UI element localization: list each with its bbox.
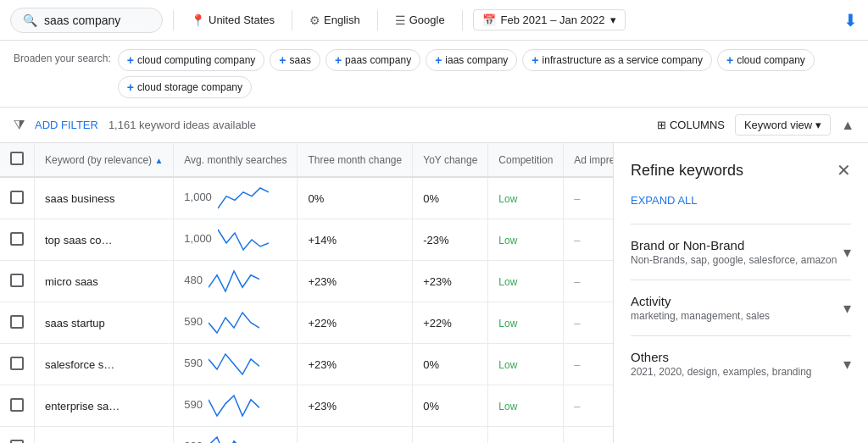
row-keyword: saas startup [35,302,174,344]
search-input-value: saas company [44,14,120,27]
date-picker[interactable]: 📅 Feb 2021 – Jan 2022 ▾ [473,9,626,30]
row-checkbox[interactable] [0,261,35,302]
chip-cloud-computing[interactable]: + cloud computing company [118,49,265,71]
refine-section-subtitle: marketing, management, sales [631,310,770,322]
row-ad-impression: – [564,261,614,302]
table-container: Keyword (by relevance) ▲ Avg. monthly se… [0,143,614,443]
th-yoy[interactable]: YoY change [413,143,488,177]
refine-section-header[interactable]: Activity marketing, management, sales ▾ [631,294,851,322]
row-yoy: 0% [413,344,488,385]
refine-section-0: Brand or Non-Brand Non-Brands, sap, goog… [631,224,851,280]
row-three-month: +14% [298,219,413,261]
row-avg: 1,000 [174,219,298,261]
row-checkbox[interactable] [0,427,35,444]
row-three-month: +23% [298,385,413,427]
search-icon: 🔍 [23,14,37,27]
refine-section-subtitle: Non-Brands, sap, google, salesforce, ama… [631,254,837,266]
chevron-down-icon: ▾ [843,355,851,374]
panel-title: Refine keywords [631,162,743,180]
row-keyword: enterprise sa… [35,385,174,427]
chevron-down-icon: ▾ [815,119,821,131]
language-label: English [324,14,360,26]
refine-section-title: Activity [631,294,770,308]
chip-cloud-company[interactable]: + cloud company [717,49,815,71]
row-competition: Low [488,219,564,261]
row-competition: Low [488,427,564,444]
chip-paas[interactable]: + paas company [326,49,420,71]
chip-label: cloud storage company [137,81,242,93]
date-range-label: Feb 2021 – Jan 2022 [501,14,605,26]
search-box[interactable]: 🔍 saas company [10,8,163,33]
source-label: Google [409,14,445,26]
expand-all-button[interactable]: EXPAND ALL [631,194,851,207]
th-keyword[interactable]: Keyword (by relevance) ▲ [35,143,174,177]
broaden-bar: Broaden your search: + cloud computing c… [0,41,868,108]
th-competition[interactable]: Competition [488,143,564,177]
th-checkbox[interactable] [0,143,35,177]
row-avg: 1,000 [174,177,298,219]
row-checkbox[interactable] [0,219,35,261]
th-three-month[interactable]: Three month change [298,143,413,177]
row-yoy: -23% [413,219,488,261]
table-row: micro saas 480 +23% +23% Low – $1.17 [0,261,614,302]
row-yoy: +23% [413,261,488,302]
refine-section-header[interactable]: Brand or Non-Brand Non-Brands, sap, goog… [631,238,851,266]
filter-bar: ⧩ ADD FILTER 1,161 keyword ideas availab… [0,108,868,143]
columns-button[interactable]: ⊞ COLUMNS [657,119,725,131]
table-row: enterprise sa… 590 +23% 0% Low – $4.18 [0,385,614,427]
download-button[interactable]: ⬇ [843,10,858,30]
chevron-down-icon: ▾ [610,14,616,26]
divider [173,10,174,30]
refine-section-header[interactable]: Others 2021, 2020, design, examples, bra… [631,350,851,378]
language-picker[interactable]: ⚙ English [303,10,367,30]
row-three-month: +23% [298,344,413,385]
chip-cloud-storage[interactable]: + cloud storage company [118,76,252,98]
chip-plus-icon: + [531,53,538,67]
keyword-view-label: Keyword view [744,119,812,131]
divider4 [462,10,463,30]
top-bar: 🔍 saas company 📍 United States ⚙ English… [0,0,868,41]
refine-section-title: Brand or Non-Brand [631,238,837,252]
source-picker[interactable]: ☰ Google [388,10,452,30]
source-icon: ☰ [395,14,406,27]
row-yoy: 0% [413,385,488,427]
location-picker[interactable]: 📍 United States [184,10,281,30]
filter-icon[interactable]: ⧩ [14,118,25,133]
calendar-icon: 📅 [482,14,496,26]
row-checkbox[interactable] [0,385,35,427]
row-ad-impression: – [564,219,614,261]
table-row: best saas co… 390 +22% -46% Low – $2.62 [0,427,614,444]
row-checkbox[interactable] [0,177,35,219]
row-yoy: -46% [413,427,488,444]
right-panel: Refine keywords ✕ EXPAND ALL Brand or No… [614,143,868,443]
row-checkbox[interactable] [0,302,35,344]
refine-section-subtitle: 2021, 2020, design, examples, branding [631,366,812,378]
chevron-down-icon: ▾ [843,243,851,262]
row-three-month: 0% [298,177,413,219]
row-competition: Low [488,261,564,302]
row-avg: 590 [174,344,298,385]
th-avg-monthly[interactable]: Avg. monthly searches [174,143,298,177]
chip-saas[interactable]: + saas [270,49,320,71]
th-ad-impression[interactable]: Ad impression share [564,143,614,177]
header-checkbox[interactable] [10,152,24,165]
chip-infrastructure[interactable]: + infrastructure as a service company [522,49,712,71]
close-button[interactable]: ✕ [837,160,851,180]
chip-label: iaas company [445,54,508,66]
row-keyword: top saas co… [35,219,174,261]
row-competition: Low [488,302,564,344]
row-checkbox[interactable] [0,344,35,385]
sort-icon: ▲ [154,156,163,165]
broaden-chips: + cloud computing company + saas + paas … [118,49,854,98]
chip-plus-icon: + [335,53,342,67]
chevron-down-icon: ▾ [843,299,851,318]
location-icon: 📍 [191,14,205,27]
keyword-count-label: 1,161 keyword ideas available [108,119,256,131]
divider3 [377,10,378,30]
chip-iaas[interactable]: + iaas company [426,49,517,71]
refine-sections: Brand or Non-Brand Non-Brands, sap, goog… [631,224,851,391]
row-avg: 590 [174,302,298,344]
collapse-button[interactable]: ▲ [841,118,854,133]
add-filter-button[interactable]: ADD FILTER [35,119,98,131]
keyword-view-button[interactable]: Keyword view ▾ [735,114,831,136]
